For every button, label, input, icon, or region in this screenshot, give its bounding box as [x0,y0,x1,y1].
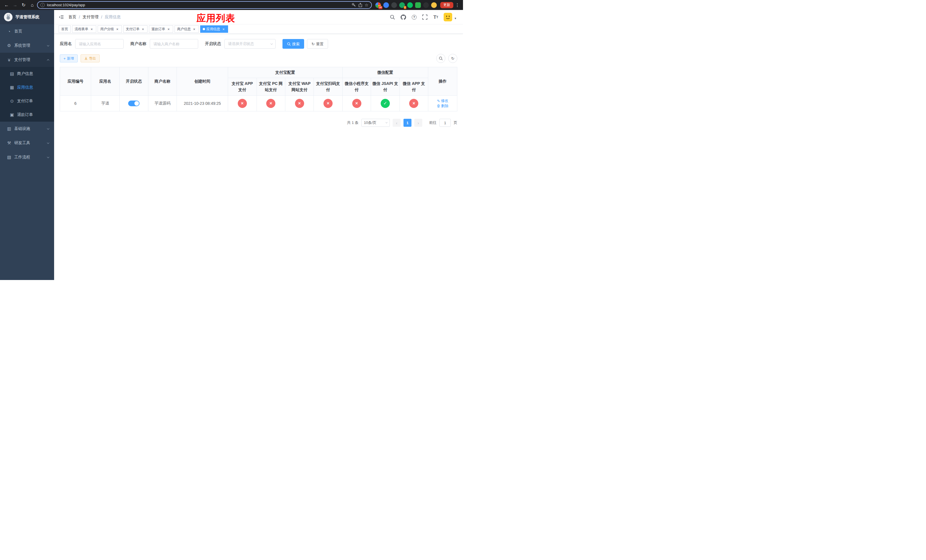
search-button[interactable]: 搜索 [283,39,304,49]
table-row: 6 芋道 芋道源码 2021-10-23 08:49:25 × × × × × … [60,96,457,111]
column-header: 支付宝扫码支付 [314,78,342,96]
sidebar-item-merchant-info[interactable]: ▤ 商户信息 [0,67,54,80]
browser-update-button[interactable]: 更新 [440,2,453,8]
add-button[interactable]: + 新增 [60,54,78,62]
tab-merchant-info[interactable]: 商户信息 × [174,25,199,33]
goto-label: 前往 [429,120,437,125]
extension-icon[interactable]: 10 [375,2,381,8]
caret-down-icon[interactable]: ▾ [454,17,456,20]
sidebar: 芋道管理系统 ◔ 首页 ⚙ 系统管理 ¥ 支付管理 [0,10,54,280]
refresh-icon: ↻ [312,42,315,46]
export-button[interactable]: 导出 [80,54,100,62]
alipay-qr-pay-status-icon: × [324,99,333,108]
page-1-button[interactable]: 1 [404,119,412,127]
share-icon[interactable] [358,3,363,7]
goto-page-input[interactable] [439,119,451,127]
sidebar-item-infrastructure[interactable]: ▥ 基础设施 [0,122,54,136]
select-placeholder: 请选择开启状态 [228,41,254,47]
tab-process-form[interactable]: 流程表单 × [72,25,96,33]
edit-link[interactable]: ✎ 修改 [437,98,448,103]
page-size-select[interactable]: 10条/页 [362,119,390,127]
tab-label: 用户分组 [100,27,114,32]
sidebar-item-workflow[interactable]: ▧ 工作流程 [0,150,54,164]
github-icon[interactable] [400,14,406,20]
breadcrumb-item-current: 应用信息 [105,15,121,20]
breadcrumb-separator: / [79,15,80,20]
user-avatar[interactable] [443,13,452,21]
delete-link[interactable]: 删除 [437,103,448,109]
extension-icon[interactable] [383,2,389,8]
browser-menu-button[interactable]: ⋮ [454,2,460,9]
tab-close-icon[interactable]: × [115,27,119,31]
sidebar-fold-icon[interactable] [59,15,64,20]
tab-close-icon[interactable]: × [141,27,145,31]
extension-icon[interactable]: 1 [399,2,405,8]
search-icon [287,42,291,46]
tools-icon: ⚒ [6,141,12,145]
tab-home[interactable]: 首页 [59,25,71,33]
search-icon[interactable] [390,14,395,20]
sidebar-item-refund-orders[interactable]: ▣ 退款订单 [0,108,54,122]
sidebar-item-dev-tools[interactable]: ⚒ 研发工具 [0,136,54,150]
cell-app-id: 6 [60,96,91,111]
page-content: 应用名 商户名称 开启状态 请选择开启状态 搜索 [54,34,463,280]
back-button[interactable]: ← [3,2,10,9]
tab-user-group[interactable]: 用户分组 × [98,25,122,33]
app-name-input[interactable] [75,39,124,49]
column-group-wechat: 微信配置 [342,67,428,78]
tab-label: 首页 [61,27,68,32]
bookmark-star-icon[interactable]: ☆ [365,3,368,8]
tab-close-icon[interactable]: × [90,27,94,31]
profile-avatar[interactable] [431,2,437,8]
status-select[interactable]: 请选择开启状态 [224,39,275,49]
workflow-icon: ▧ [6,155,12,160]
reload-button[interactable]: ↻ [20,2,27,9]
sidebar-item-home[interactable]: ◔ 首页 [0,24,54,38]
tab-refund-orders[interactable]: 退款订单 × [149,25,173,33]
sidebar-item-label: 系统管理 [14,43,47,48]
key-icon[interactable] [352,3,356,7]
sidebar-item-system[interactable]: ⚙ 系统管理 [0,38,54,53]
wechat-app-pay-status-icon: × [409,99,418,108]
column-header: 应用编号 [60,67,91,96]
extension-icon[interactable] [415,2,421,8]
breadcrumb-item-payment[interactable]: 支付管理 [83,15,98,20]
refresh-table-button[interactable]: ↻ [448,54,457,63]
wechat-jsapi-pay-status-icon: ✓ [381,99,390,108]
page-annotation: 应用列表 [197,12,235,25]
fullscreen-icon[interactable] [422,14,428,20]
tab-app-info[interactable]: 应用信息 × [200,25,228,33]
pagination: 共 1 条 10条/页 ‹ 1 › 前往 页 [60,119,457,127]
address-bar[interactable]: i localhost:1024/pay/app ☆ [37,1,372,9]
reset-button[interactable]: ↻ 重置 [307,39,328,49]
extensions-puzzle-icon[interactable] [423,2,429,8]
tab-close-icon[interactable]: × [166,27,171,31]
site-info-icon[interactable]: i [41,3,45,7]
column-header: 创建时间 [177,67,228,96]
top-navbar: 首页 / 支付管理 / 应用信息 ? [54,10,463,24]
toggle-search-button[interactable] [436,54,445,63]
column-header: 支付宝 WAP 网站支付 [285,78,313,96]
sidebar-item-app-info[interactable]: ▦ 应用信息 [0,80,54,94]
column-header: 微信 APP 支付 [399,78,428,96]
status-label: 开启状态 [205,41,221,47]
breadcrumb-item-home[interactable]: 首页 [68,15,76,20]
tab-close-icon[interactable]: × [192,27,196,31]
sidebar-item-pay-orders[interactable]: ⊙ 支付订单 [0,94,54,108]
column-header: 商户名称 [148,67,177,96]
sidebar-item-payment[interactable]: ¥ 支付管理 [0,53,54,67]
next-page-button[interactable]: › [414,119,422,127]
forward-button[interactable]: → [11,2,19,9]
prev-page-button[interactable]: ‹ [393,119,401,127]
chevron-down-icon [47,156,49,158]
tab-pay-orders[interactable]: 支付订单 × [123,25,147,33]
tab-close-icon[interactable]: × [221,27,225,31]
screen: ← → ↻ ⌂ i localhost:1024/pay/app ☆ 10 1 … [0,0,463,280]
help-icon[interactable]: ? [411,14,417,20]
extension-icon[interactable] [391,2,397,8]
home-button[interactable]: ⌂ [29,2,36,9]
merchant-name-input[interactable] [150,39,198,49]
font-size-icon[interactable]: TT [433,14,439,20]
extension-icon[interactable] [407,2,413,8]
status-toggle[interactable] [128,101,139,106]
